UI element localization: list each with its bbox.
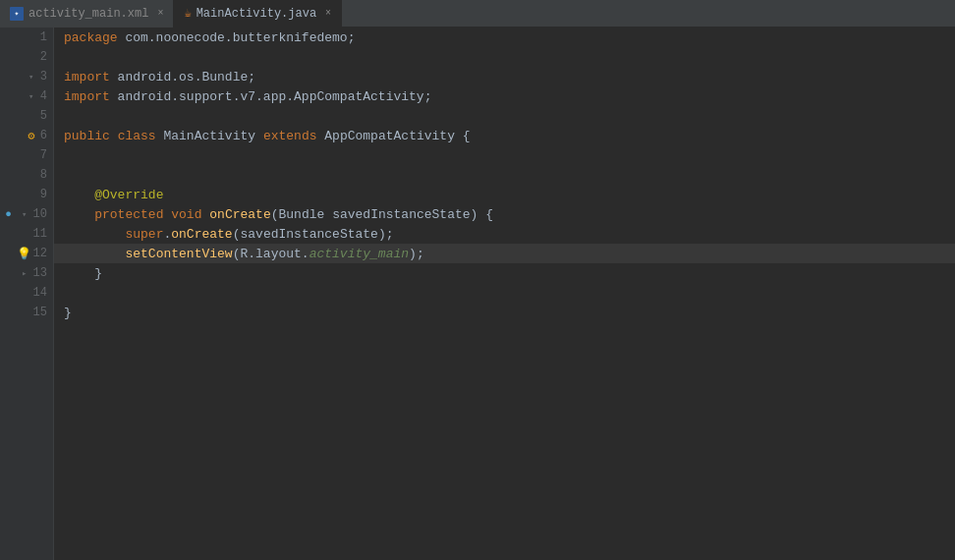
- code-space-7: [324, 207, 332, 222]
- keyword-package: package: [64, 30, 118, 45]
- code-line-2: [54, 47, 955, 67]
- editor-area: 1 2 ▾ 3 ▾ 4 5 ⚙ 6: [0, 28, 955, 560]
- line-number-2: 2: [40, 50, 47, 64]
- gutter-line-13: ▸ 13: [0, 263, 53, 283]
- keyword-import-2: import: [64, 89, 110, 104]
- xml-file-icon: ✦: [10, 7, 24, 21]
- param-type-bundle: Bundle: [279, 207, 325, 222]
- keyword-extends: extends: [263, 129, 317, 143]
- code-dot-1: .: [163, 227, 171, 242]
- fold-icon-10[interactable]: ▾: [18, 207, 31, 221]
- code-line-5: [54, 106, 955, 126]
- indent-10: [64, 207, 94, 222]
- keyword-public: public: [64, 129, 110, 143]
- line-number-5: 5: [40, 109, 47, 123]
- code-line-14: [54, 283, 955, 303]
- code-space-2: [156, 129, 164, 143]
- method-super-oncreate: onCreate: [171, 227, 232, 242]
- layout-activity-main: activity_main: [309, 247, 409, 261]
- keyword-protected: protected: [94, 207, 163, 222]
- line-number-12: 12: [33, 247, 47, 260]
- indent-9: [64, 188, 94, 202]
- code-space-6: [201, 207, 209, 222]
- code-import-1: android.os.Bundle;: [110, 70, 255, 84]
- code-line-1: package com.noonecode.butterknifedemo;: [54, 28, 955, 47]
- tab-label-java: MainActivity.java: [197, 7, 316, 21]
- gutter-line-11: 11: [0, 224, 53, 244]
- code-semicolon: );: [409, 247, 424, 261]
- line-number-4: 4: [40, 89, 47, 103]
- line-number-gutter: 1 2 ▾ 3 ▾ 4 5 ⚙ 6: [0, 28, 54, 560]
- line-number-13: 13: [33, 266, 47, 280]
- param-savedinstancestate: savedInstanceState: [332, 207, 470, 222]
- gutter-line-2: 2: [0, 47, 53, 67]
- tab-mainactivity-java[interactable]: ☕ MainActivity.java ×: [174, 0, 342, 28]
- line-number-6: 6: [40, 129, 47, 142]
- hint-overlay-12: [424, 247, 485, 261]
- line-number-3: 3: [40, 70, 47, 84]
- code-import-2: android.support.v7.app.AppCompatActivity…: [110, 89, 432, 104]
- code-line-3: import android.os.Bundle;: [54, 67, 955, 86]
- line-number-14: 14: [33, 286, 47, 300]
- code-paren-close: ) {: [471, 207, 493, 222]
- code-package-name: com.noonecode.butterknifedemo;: [118, 30, 356, 45]
- tab-close-java[interactable]: ×: [325, 9, 331, 19]
- class-mainactivity: MainActivity: [163, 129, 255, 143]
- fold-icon-4[interactable]: ▾: [25, 89, 38, 103]
- indent-11: [64, 227, 125, 242]
- gutter-line-9: 9: [0, 185, 53, 204]
- keyword-class: class: [118, 129, 156, 143]
- fold-icon-13[interactable]: ▸: [18, 266, 31, 280]
- line-number-11: 11: [33, 227, 47, 241]
- code-line-15: }: [54, 303, 955, 322]
- line-number-8: 8: [40, 168, 47, 182]
- code-close-brace-method: }: [94, 266, 102, 281]
- breakpoint-icon-10[interactable]: ●: [2, 207, 16, 221]
- code-line-7: [54, 145, 955, 165]
- gutter-line-1: 1: [0, 28, 53, 47]
- line-number-10: 10: [33, 207, 47, 221]
- code-super-args: (savedInstanceState);: [233, 227, 394, 242]
- java-file-icon: ☕: [184, 6, 191, 21]
- tab-activity-main-xml[interactable]: ✦ activity_main.xml ×: [0, 0, 174, 28]
- gutter-line-5: 5: [0, 106, 53, 126]
- code-space-3: [255, 129, 263, 143]
- gutter-line-8: 8: [0, 165, 53, 185]
- line-number-7: 7: [40, 148, 47, 162]
- code-paren-open: (: [271, 207, 279, 222]
- android-icon-6: ⚙: [25, 129, 38, 142]
- line-number-9: 9: [40, 188, 47, 201]
- keyword-void: void: [171, 207, 201, 222]
- code-space-1: [110, 129, 118, 143]
- code-space-5: [163, 207, 171, 222]
- indent-12: [64, 247, 125, 261]
- bulb-icon-12[interactable]: 💡: [18, 247, 31, 260]
- indent-13: [64, 266, 94, 281]
- code-brace-open: {: [455, 129, 471, 143]
- code-line-10: protected void onCreate ( Bundle savedIn…: [54, 204, 955, 224]
- tab-close-xml[interactable]: ×: [157, 9, 163, 19]
- keyword-super: super: [125, 227, 163, 242]
- code-line-6: public class MainActivity extends AppCom…: [54, 126, 955, 145]
- annotation-override: @Override: [94, 188, 163, 202]
- gutter-line-10: ● ▾ 10: [0, 204, 53, 224]
- code-close-brace-class: }: [64, 306, 72, 320]
- method-oncreate: onCreate: [209, 207, 270, 222]
- fold-icon-3[interactable]: ▾: [25, 70, 38, 84]
- class-appcompat: AppCompatActivity: [324, 129, 455, 143]
- code-line-11: super . onCreate (savedInstanceState);: [54, 224, 955, 244]
- code-line-9: @Override: [54, 185, 955, 204]
- gutter-line-3: ▾ 3: [0, 67, 53, 86]
- tab-label-xml: activity_main.xml: [28, 7, 148, 21]
- line-number-1: 1: [40, 30, 47, 44]
- keyword-import-1: import: [64, 70, 110, 84]
- gutter-line-12: 💡 12: [0, 244, 53, 263]
- code-editor[interactable]: package com.noonecode.butterknifedemo; i…: [54, 28, 955, 560]
- code-line-8: [54, 165, 955, 185]
- app-window: ✦ activity_main.xml × ☕ MainActivity.jav…: [0, 0, 955, 560]
- gutter-line-14: 14: [0, 283, 53, 303]
- gutter-line-6: ⚙ 6: [0, 126, 53, 145]
- method-setcontentview: setContentView: [125, 247, 232, 261]
- code-r-layout: (R.layout.: [233, 247, 309, 261]
- gutter-line-15: 15: [0, 303, 53, 322]
